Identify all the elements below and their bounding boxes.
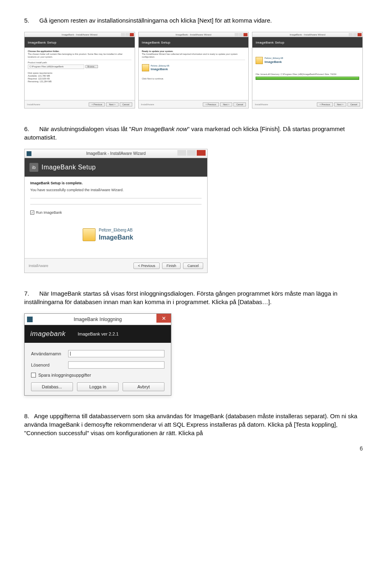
mini1-titlebar: ImageBank - InstallAware Wizard (25, 32, 135, 37)
mini2-desc: The InstallAware Wizard has collected al… (142, 53, 246, 58)
mini2-title-text: ImageBank - InstallAware Wizard (176, 33, 212, 36)
login-banner: imagebank ImageBank ver 2.2.1 (25, 325, 171, 343)
login-logo: imagebank (30, 330, 66, 338)
close-icon[interactable] (197, 150, 206, 156)
login-title-text: ImageBank Inloggning (74, 317, 122, 322)
mini2-body: Ready to update your system. The Install… (139, 48, 249, 100)
step-6-num: 6. (24, 125, 29, 132)
close-icon[interactable]: ✕ (156, 314, 171, 323)
checkbox-icon: ✓ (30, 211, 34, 215)
folder-icon (256, 57, 263, 64)
minimize-icon[interactable] (235, 33, 239, 36)
checkbox-icon (31, 373, 36, 377)
mini1-path-field[interactable]: C:\Program Files (x86)\ImageBank (28, 65, 84, 69)
login-titlebar: ImageBank Inloggning ✕ (25, 314, 171, 325)
cancel-button[interactable]: Cancel (347, 102, 360, 106)
next-button[interactable]: Next > (334, 102, 346, 106)
mini3-foot-left: InstallAware (255, 103, 268, 106)
installer-thumb-2: ImageBank - InstallAware Wizard ImageBan… (138, 32, 249, 108)
big-foot-left: InstallAware (29, 264, 48, 268)
username-label: Användarnamn (31, 351, 68, 356)
mini1-sys-buttons (121, 33, 134, 36)
step-5-num: 5. (24, 17, 29, 24)
big-banner: ib ImageBank Setup (25, 158, 207, 177)
mini1-foot-left: InstallAware (27, 103, 40, 106)
mini2-titlebar: ImageBank - InstallAware Wizard (139, 32, 249, 37)
step-7-num: 7. (24, 290, 29, 297)
mini2-footer: InstallAware < Previous Next > Cancel (139, 100, 249, 108)
minimize-icon[interactable] (121, 33, 125, 36)
cancel-button[interactable]: Cancel (233, 102, 246, 106)
close-icon[interactable] (130, 33, 134, 36)
previous-button[interactable]: < Previous (317, 102, 333, 106)
mini3-brand: Peltzer_Ekberg AB ImageBank (256, 57, 359, 64)
mini3-brand-top: Peltzer_Ekberg AB (264, 57, 283, 60)
big-desc: You have successfully completed the Inst… (30, 188, 202, 193)
previous-button[interactable]: < Previous (133, 263, 160, 269)
save-credentials-checkbox[interactable]: Spara inloggningsuppgifter (31, 373, 164, 377)
big-brand-top: Peltzer_Ekberg AB (99, 227, 133, 233)
browse-button[interactable]: Browse... (85, 65, 98, 69)
step-5-text: 5. Gå igenom resten av installationsinst… (24, 16, 363, 25)
mini2-hint: Click Next to continue. (142, 77, 246, 80)
maximize-icon[interactable] (125, 33, 129, 36)
mini2-foot-left: InstallAware (141, 103, 154, 106)
mini2-brand-main: ImageBank (151, 67, 169, 71)
big-brand-main: ImageBank (99, 233, 133, 242)
mini1-body: Choose the application folder. The chose… (25, 48, 135, 100)
mini2-brand: Peltzer_Ekberg AB ImageBank (142, 64, 246, 71)
previous-button[interactable]: < Previous (203, 102, 219, 106)
mini2-brand-top: Peltzer_Ekberg AB (151, 65, 169, 67)
close-icon[interactable] (358, 33, 362, 36)
mini1-title-text: ImageBank - InstallAware Wizard (62, 33, 98, 36)
mini1-footer: InstallAware < Previous Next > Cancel (25, 100, 135, 108)
progress-bar (256, 77, 359, 80)
mini3-body: Peltzer_Ekberg AB ImageBank File: bimesL… (252, 48, 362, 100)
mini3-sys-buttons (349, 33, 362, 36)
maximize-icon[interactable] (239, 33, 243, 36)
login-row-username: Användarnamn | (31, 350, 164, 357)
maximize-icon[interactable] (187, 150, 196, 156)
step-8-body: Ange uppgifterna till databasservern som… (24, 413, 357, 436)
step-7-body: När ImageBank startas så visas först inl… (24, 290, 337, 305)
username-field[interactable]: | (68, 350, 164, 357)
folder-icon (83, 228, 96, 241)
mini2-sys-buttons (235, 33, 248, 36)
mini2-head: Ready to update your system. (142, 50, 246, 53)
run-imagebank-label: Run ImageBank (36, 210, 62, 215)
mini3-title-text: ImageBank - InstallAware Wizard (289, 33, 325, 36)
password-label: Lösenord (31, 363, 68, 367)
big-head: ImageBank Setup is complete. (30, 181, 202, 186)
login-row-password: Lösenord (31, 361, 164, 369)
password-field[interactable] (68, 361, 164, 369)
big-title-text: ImageBank - InstallAware Wizard (86, 151, 146, 156)
cancel-button[interactable]: Cancel (120, 102, 132, 106)
big-banner-text: ImageBank Setup (42, 164, 96, 171)
maximize-icon[interactable] (353, 33, 357, 36)
previous-button[interactable]: < Previous (89, 102, 105, 106)
cancel-button[interactable]: Cancel (183, 263, 203, 269)
login-button[interactable]: Logga in (77, 382, 119, 391)
run-imagebank-checkbox[interactable]: ✓ Run ImageBank (30, 210, 202, 215)
next-button[interactable]: Next > (220, 102, 232, 106)
big-sys-buttons (177, 150, 206, 156)
minimize-icon[interactable] (177, 150, 186, 156)
close-icon[interactable] (243, 33, 248, 36)
login-version: ImageBank ver 2.2.1 (78, 332, 119, 336)
mini1-head: Choose the application folder. (28, 50, 131, 53)
step-8-num: 8. (24, 413, 29, 419)
database-button[interactable]: Databas... (31, 382, 73, 391)
login-body: Användarnamn | Lösenord Spara inloggning… (25, 343, 171, 395)
mini3-file-line: File: bimesLdll Directory: C:\Program Fi… (256, 73, 359, 76)
step-6-text: 6. När avslutningsdialogen visas låt "Ru… (24, 125, 363, 142)
save-credentials-label: Spara inloggningsuppgifter (38, 373, 91, 377)
minimize-icon[interactable] (349, 33, 353, 36)
step-6-a: När avslutningsdialogen visas låt (40, 125, 129, 132)
login-dialog: ImageBank Inloggning ✕ imagebank ImageBa… (24, 313, 171, 396)
cancel-button[interactable]: Avbryt (123, 382, 164, 391)
finish-button[interactable]: Finish (162, 263, 181, 269)
mini3-brand-main: ImageBank (264, 60, 283, 64)
next-button[interactable]: Next > (106, 102, 118, 106)
mini1-path-label: Product install path: (28, 61, 131, 64)
imagebank-logo-icon: ib (29, 163, 38, 172)
